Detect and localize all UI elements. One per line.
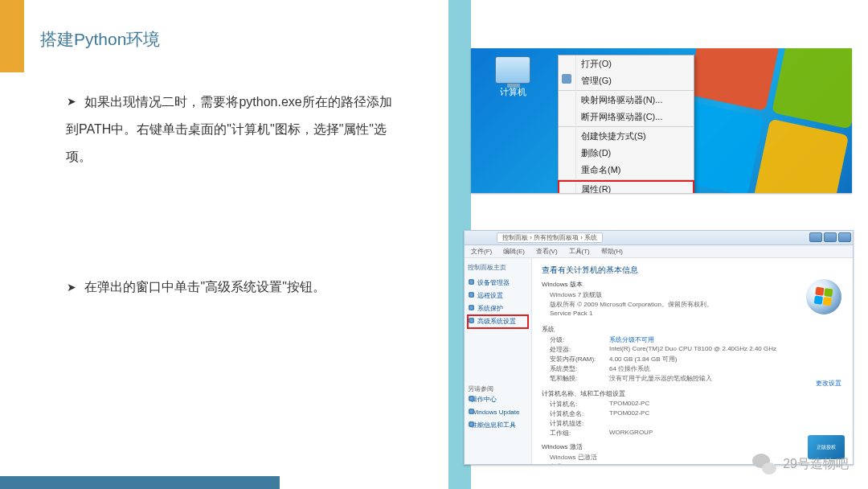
computer-desktop-icon[interactable]: 计算机 [490, 56, 535, 98]
sidebar-link-advanced-settings[interactable]: 高级系统设置 [468, 315, 528, 328]
computer-icon [495, 56, 530, 84]
activation-status: Windows 已激活 [550, 453, 597, 462]
wechat-icon [752, 454, 776, 475]
windows-logo-wallpaper [667, 48, 852, 193]
paragraph-2-text: 在弹出的窗口中单击"高级系统设置"按钮。 [84, 280, 325, 294]
cpu-value: Intel(R) Core(TM)2 Duo CPU T8100 @ 2.40G… [609, 345, 776, 354]
edition-title: Windows 版本 [542, 280, 843, 289]
sidebar-also-performance[interactable]: 性能信息和工具 [468, 419, 528, 432]
ram-value: 4.00 GB (3.84 GB 可用) [609, 355, 677, 364]
menubar: 文件(F) 编辑(E) 查看(V) 工具(T) 帮助(H) [465, 245, 853, 258]
menu-tools[interactable]: 工具(T) [569, 247, 590, 256]
content-pane: 查看有关计算机的基本信息 Windows 版本 Windows 7 旗舰版 版权… [532, 258, 853, 464]
context-menu: 打开(O) 管理(G) 映射网络驱动器(N)... 断开网络驱动器(C)... … [558, 55, 694, 193]
minimize-button[interactable] [809, 232, 822, 242]
sidebar-link-protection[interactable]: 系统保护 [468, 302, 528, 315]
menu-item-properties[interactable]: 属性(R) [559, 181, 694, 193]
workgroup: WORKGROUP [609, 429, 653, 438]
wechat-watermark: 29号造物吧 [752, 454, 849, 475]
copyright: 版权所有 © 2009 Microsoft Corporation。保留所有权利… [550, 300, 713, 309]
paragraph-2: ➤ 在弹出的窗口中单击"高级系统设置"按钮。 [66, 273, 395, 301]
product-id: 产品 ID: 00426-OEM-8992662-00400 [550, 462, 657, 464]
menu-item-delete[interactable]: 删除(D) [559, 145, 694, 162]
full-computer-name: TPOM002-PC [609, 409, 649, 418]
paragraph-1: ➤ 如果出现情况二时，需要将python.exe所在的路径添加到PATH中。右键… [66, 88, 395, 171]
edition-name: Windows 7 旗舰版 [550, 290, 602, 299]
activation-title: Windows 激活 [542, 442, 843, 451]
menu-view[interactable]: 查看(V) [536, 247, 558, 256]
sidebar-also-windows-update[interactable]: Windows Update [468, 406, 528, 419]
screenshot-system-properties: 控制面板 › 所有控制面板项 › 系统 文件(F) 编辑(E) 查看(V) 工具… [464, 230, 854, 465]
sidebar-link-device-manager[interactable]: 设备管理器 [468, 277, 528, 290]
change-settings-link[interactable]: 更改设置 [816, 379, 841, 388]
computer-name: TPOM002-PC [609, 400, 649, 409]
close-button[interactable] [838, 232, 851, 242]
service-pack: Service Pack 1 [550, 310, 592, 317]
window-controls [809, 232, 851, 242]
maximize-button[interactable] [824, 232, 837, 242]
menu-item-map-drive[interactable]: 映射网络驱动器(N)... [559, 92, 694, 109]
wechat-text: 29号造物吧 [783, 456, 849, 473]
menu-edit[interactable]: 编辑(E) [503, 247, 525, 256]
menu-item-disconnect-drive[interactable]: 断开网络驱动器(C)... [559, 109, 694, 125]
menu-item-manage[interactable]: 管理(G) [559, 72, 694, 89]
breadcrumb[interactable]: 控制面板 › 所有控制面板项 › 系统 [497, 232, 603, 243]
window-titlebar: 控制面板 › 所有控制面板项 › 系统 [465, 231, 853, 245]
sidebar: 控制面板主页 设备管理器 远程设置 系统保护 高级系统设置 另请参阅 操作中心 … [465, 258, 532, 464]
computer-icon-label: 计算机 [500, 87, 526, 97]
bullet-icon: ➤ [67, 275, 76, 300]
menu-item-create-shortcut[interactable]: 创建快捷方式(S) [559, 128, 694, 145]
menu-file[interactable]: 文件(F) [471, 247, 492, 256]
system-type-value: 64 位操作系统 [609, 364, 650, 373]
shield-icon [562, 74, 571, 84]
sidebar-also-heading: 另请参阅 [468, 384, 528, 393]
menu-item-open[interactable]: 打开(O) [559, 55, 694, 72]
accent-bar-bottom [0, 476, 280, 489]
menu-item-rename[interactable]: 重命名(M) [559, 162, 694, 179]
screenshot-desktop-context-menu: 计算机 打开(O) 管理(G) 映射网络驱动器(N)... 断开网络驱动器(C)… [471, 48, 852, 193]
sidebar-also-action-center[interactable]: 操作中心 [468, 393, 528, 406]
slide-title: 搭建Python环境 [40, 28, 160, 51]
network-title: 计算机名称、域和工作组设置 [542, 389, 843, 398]
sidebar-link-remote[interactable]: 远程设置 [468, 290, 528, 302]
accent-bar-left [0, 0, 24, 72]
rating-value[interactable]: 系统分级不可用 [609, 335, 654, 344]
paragraph-1-text: 如果出现情况二时，需要将python.exe所在的路径添加到PATH中。右键单击… [66, 95, 392, 163]
menu-help[interactable]: 帮助(H) [601, 247, 623, 256]
sidebar-heading: 控制面板主页 [468, 263, 528, 272]
system-title: 系统 [542, 325, 843, 334]
bullet-icon: ➤ [67, 90, 76, 115]
windows-logo-icon [806, 279, 841, 314]
pen-touch-value: 没有可用于此显示器的笔或触控输入 [609, 374, 712, 383]
content-heading: 查看有关计算机的基本信息 [542, 265, 843, 276]
